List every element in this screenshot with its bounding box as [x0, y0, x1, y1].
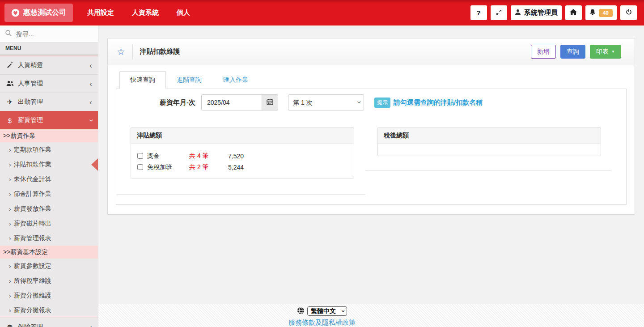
sidebar-item-label: 薪資發放作業 [14, 205, 51, 213]
print-dropdown-button[interactable]: 印表 ▼ [590, 45, 621, 59]
sidebar-item-label: 薪資分攤報表 [14, 306, 51, 314]
round-select[interactable]: 第 1 次 [288, 94, 364, 110]
company-button[interactable]: 惠慈測試公司 [4, 4, 73, 22]
bonus-checkbox[interactable] [137, 153, 143, 159]
after-tax-column-divider [365, 170, 611, 171]
main-content: ☆ 津貼扣款維護 新增 查詢 印表 ▼ 快速查詢 進階查詢 匯入作業 [98, 25, 644, 304]
print-button-label: 印表 [596, 48, 609, 56]
help-button[interactable]: ? [470, 5, 487, 20]
sub-arrow-icon: › [9, 161, 11, 168]
sidebar-item-label: 薪資分攤維護 [14, 292, 51, 300]
sidebar-section-payroll-ops[interactable]: >>薪資作業 [0, 129, 98, 142]
user-name: 系統管理員 [524, 8, 558, 17]
add-button-label: 新增 [537, 48, 550, 56]
after-tax-column: 稅後總額 [365, 127, 626, 195]
allowance-row-bonus: 獎金 共 4 筆 7,520 [137, 150, 348, 161]
add-button[interactable]: 新增 [531, 45, 556, 59]
sidebar-item-salary-disk-export[interactable]: › 薪資磁片轉出 [0, 216, 98, 231]
sidebar-item-unused-leave-pay[interactable]: › 未休代金計算 [0, 172, 98, 187]
language-row: 繁體中文 ‹ [297, 306, 347, 316]
hint: 提示 請勾選需查詢的津貼/扣款名稱 [374, 98, 483, 108]
calendar-button[interactable] [262, 94, 278, 110]
sidebar-group-label: 出勤管理 [18, 98, 43, 106]
search-icon [5, 30, 12, 38]
page-title: 津貼扣款維護 [140, 47, 180, 56]
taxfree-overtime-checkbox[interactable] [137, 164, 143, 170]
main-menu: 共用設定 人資系統 個人 [78, 4, 199, 21]
allowance-total-panel: 津貼總額 獎金 共 4 筆 7,520 免稅加班 [131, 127, 354, 178]
sidebar-item-label: 所得稅率維護 [14, 277, 51, 285]
wand-icon [6, 61, 14, 69]
sidebar-group-label: 人事管理 [18, 80, 43, 88]
sidebar-item-salary-release[interactable]: › 薪資發放作業 [0, 201, 98, 216]
sub-arrow-icon: › [9, 205, 11, 212]
nav-item-personal[interactable]: 個人 [168, 4, 199, 21]
tab-quick-query[interactable]: 快速查詢 [119, 71, 166, 89]
home-button[interactable] [565, 5, 582, 20]
allowance-count: 共 2 筆 [189, 163, 228, 171]
sidebar-item-allowance-deduction[interactable]: › 津貼扣款作業 [0, 157, 98, 172]
sidebar-search [0, 25, 98, 42]
nav-item-hr-system[interactable]: 人資系統 [123, 4, 168, 21]
favorite-star-icon[interactable]: ☆ [117, 47, 125, 56]
allowance-name: 獎金 [147, 152, 189, 160]
sidebar-item-label: 薪資磁片轉出 [14, 220, 51, 228]
tabs: 快速查詢 進階查詢 匯入作業 [116, 71, 627, 89]
query-button-label: 查詢 [567, 48, 579, 56]
allowance-row-taxfree-overtime: 免稅加班 共 2 筆 5,244 [137, 161, 348, 173]
sidebar-section-payroll-settings[interactable]: >>薪資基本設定 [0, 246, 98, 259]
globe-icon [297, 307, 305, 316]
allowance-panel-title: 津貼總額 [131, 127, 354, 144]
sidebar-item-label: 節金計算作業 [14, 190, 51, 198]
umbrella-icon: ☂ [6, 323, 14, 327]
sidebar-item-bonus-calculation[interactable]: › 節金計算作業 [0, 187, 98, 201]
current-item-arrow-marker [91, 158, 98, 171]
logout-button[interactable] [620, 5, 637, 20]
language-select-wrap: 繁體中文 ‹ [307, 306, 347, 316]
language-select[interactable]: 繁體中文 [307, 306, 347, 316]
header-actions: 新增 查詢 印表 ▼ [531, 45, 621, 59]
after-tax-panel-title: 稅後總額 [378, 127, 601, 144]
notifications-button[interactable]: 40 [585, 5, 617, 20]
fullscreen-button[interactable] [491, 5, 507, 20]
sidebar-item-salary-reports[interactable]: › 薪資管理報表 [0, 231, 98, 246]
plane-icon: ✈ [6, 98, 14, 106]
user-menu-button[interactable]: 系統管理員 [511, 5, 562, 20]
terms-privacy-link[interactable]: 服務條款及隱私權政策 [288, 319, 356, 327]
sidebar-group-payroll[interactable]: $ 薪資管理 ‹ [0, 111, 98, 129]
tab-import[interactable]: 匯入作業 [212, 71, 259, 89]
person-icon [515, 9, 521, 17]
calendar-icon [267, 98, 273, 106]
top-navbar: 惠慈測試公司 共用設定 人資系統 個人 ? 系統管理員 [0, 0, 644, 25]
allowance-amount: 7,520 [228, 153, 244, 160]
nav-item-shared-settings[interactable]: 共用設定 [78, 4, 123, 21]
sidebar-item-label: 薪資參數設定 [14, 262, 51, 270]
period-input[interactable] [201, 94, 262, 110]
query-button[interactable]: 查詢 [560, 45, 585, 59]
chevron-left-icon: ‹ [89, 62, 92, 69]
tab-advanced-query[interactable]: 進階查詢 [166, 71, 212, 89]
home-icon [570, 9, 577, 17]
allowance-column: 津貼總額 獎金 共 4 筆 7,520 免稅加班 [116, 127, 365, 195]
quick-query-panel: 薪資年月-次 第 1 次 ‹ [116, 89, 627, 205]
sidebar-item-salary-allocation-report[interactable]: › 薪資分攤報表 [0, 303, 98, 318]
sidebar-group-insurance[interactable]: ☂ 保險管理 ‹ [0, 318, 98, 327]
after-tax-panel-body [378, 144, 601, 156]
sidebar-item-salary-allocation[interactable]: › 薪資分攤維護 [0, 288, 98, 303]
sidebar-group-hr-wizard[interactable]: 人資精靈 ‹ [0, 56, 98, 74]
sidebar-group-attendance[interactable]: ✈ 出勤管理 ‹ [0, 93, 98, 111]
users-icon [6, 80, 14, 88]
dollar-icon: $ [6, 117, 14, 124]
sidebar-item-income-tax-rate[interactable]: › 所得稅率維護 [0, 273, 98, 288]
sidebar-group-personnel[interactable]: 人事管理 ‹ [0, 74, 98, 93]
sidebar-item-recurring-payments[interactable]: › 定期款項作業 [0, 142, 98, 157]
sidebar-group-label: 薪資管理 [18, 116, 43, 124]
allowance-column-divider [116, 194, 365, 195]
search-input[interactable] [16, 30, 88, 38]
sub-arrow-icon: › [9, 176, 11, 183]
hint-text: 請勾選需查詢的津貼/扣款名稱 [394, 98, 483, 107]
sidebar-item-salary-parameters[interactable]: › 薪資參數設定 [0, 259, 98, 273]
power-icon [626, 9, 632, 17]
company-name: 惠慈測試公司 [23, 8, 66, 17]
sidebar-group-label: 保險管理 [18, 323, 43, 327]
